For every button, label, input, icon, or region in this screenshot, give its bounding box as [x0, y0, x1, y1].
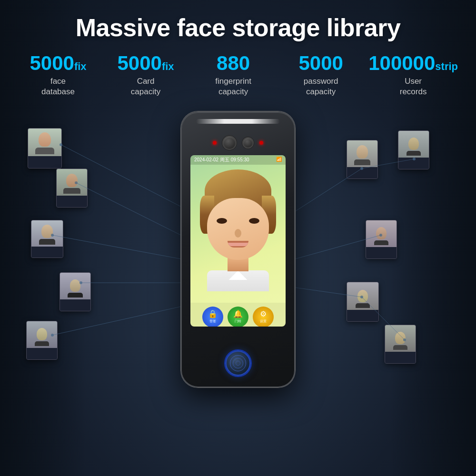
svg-point-16: [413, 158, 416, 160]
stat-password: 5000 passwordcapacity: [277, 52, 365, 97]
svg-point-18: [360, 296, 363, 298]
stat-label-password: passwordcapacity: [281, 76, 361, 97]
screen-btn-settings[interactable]: ⚙ 设置: [253, 307, 274, 327]
stat-value-face: 5000fix: [18, 52, 98, 74]
red-dot-left: [213, 141, 217, 145]
stat-value-records: 100000strip: [368, 52, 458, 74]
svg-line-4: [52, 307, 181, 335]
svg-point-13: [79, 281, 82, 284]
device: 2024-02-02 周五 09:55:30 📶: [181, 111, 295, 407]
stat-card-capacity: 5000fix Cardcapacity: [102, 52, 189, 97]
device-top-light: [196, 119, 280, 124]
camera-lens-left: [222, 136, 237, 150]
screen-btn-lock[interactable]: 🔒 登签: [202, 307, 223, 327]
svg-line-8: [295, 288, 362, 297]
svg-point-19: [403, 338, 406, 341]
stat-label-records: Userrecords: [368, 76, 458, 97]
screen-time: 2024-02-02 周五 09:55:30: [194, 157, 249, 163]
svg-point-12: [51, 234, 54, 237]
lock-icon: 🔒: [208, 310, 218, 318]
page-wrapper: Massive face storage library 5000fix fac…: [0, 0, 476, 476]
stat-user-records: 100000strip Userrecords: [365, 52, 462, 97]
screen-status-bar: 2024-02-02 周五 09:55:30 📶: [190, 155, 286, 165]
svg-line-2: [52, 235, 181, 259]
svg-line-0: [61, 145, 181, 207]
svg-line-1: [76, 183, 181, 235]
stat-label-fingerprint: fingerprintcapacity: [193, 76, 273, 97]
device-body: 2024-02-02 周五 09:55:30 📶: [181, 111, 295, 387]
stat-fingerprint: 880 fingerprintcapacity: [189, 52, 277, 97]
camera-lens-right: [242, 137, 254, 149]
screen-btn-bell[interactable]: 🔔 门铃: [228, 307, 248, 327]
svg-line-9: [362, 297, 405, 340]
stat-value-password: 5000: [281, 52, 361, 74]
svg-point-11: [75, 181, 78, 184]
red-dot-right: [259, 141, 263, 145]
face-portrait: [190, 165, 286, 303]
settings-icon: ⚙: [260, 310, 267, 318]
fingerprint-sensor[interactable]: [225, 350, 251, 376]
stat-label-card: Cardcapacity: [106, 76, 186, 97]
device-camera-area: [182, 129, 294, 157]
header: Massive face storage library: [0, 0, 476, 48]
svg-line-5: [295, 169, 362, 211]
wifi-icon: 📶: [276, 157, 282, 163]
stat-label-face: facedatabase: [18, 76, 98, 97]
stats-row: 5000fix facedatabase 5000fix Cardcapacit…: [0, 48, 476, 97]
svg-point-10: [60, 143, 62, 146]
svg-line-6: [362, 159, 414, 169]
stat-face-database: 5000fix facedatabase: [14, 52, 102, 97]
bell-icon: 🔔: [233, 310, 243, 318]
screen-buttons: 🔒 登签 🔔 门铃 ⚙ 设置: [190, 303, 286, 327]
svg-line-7: [295, 235, 381, 259]
main-content: 2024-02-02 周五 09:55:30 📶: [0, 102, 476, 435]
stat-value-card: 5000fix: [106, 52, 186, 74]
main-title: Massive face storage library: [0, 13, 476, 42]
svg-point-17: [379, 234, 382, 237]
device-screen: 2024-02-02 周五 09:55:30 📶: [190, 155, 286, 327]
stat-value-fingerprint: 880: [193, 52, 273, 74]
svg-point-15: [360, 167, 363, 170]
svg-point-14: [51, 334, 54, 337]
